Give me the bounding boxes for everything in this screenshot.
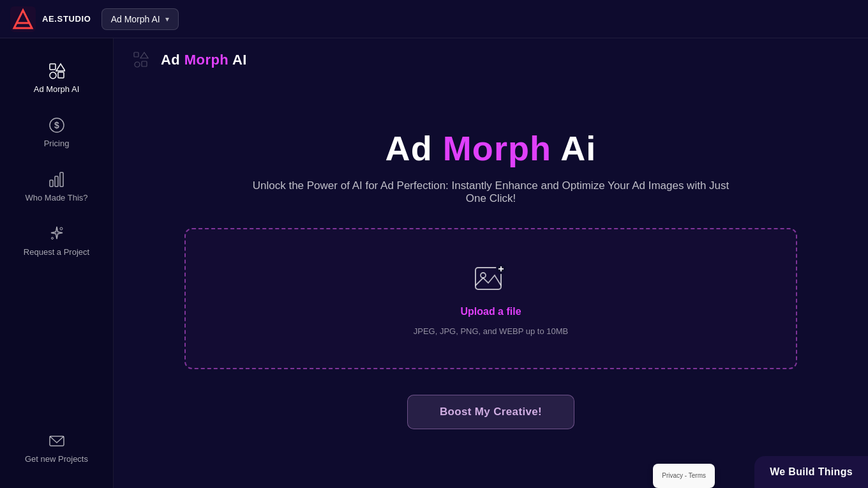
logo-area: AE.STUDIO (10, 6, 91, 32)
bottom-badge-label: We Build Things (770, 466, 853, 477)
grid-header-icon (133, 51, 151, 69)
content-area: Ad Morph AI Ad Morph Ai Unlock the Power… (114, 38, 868, 488)
sidebar-label-pricing: Pricing (44, 139, 70, 148)
upload-zone[interactable]: Upload a file JPEG, JPG, PNG, and WEBP u… (184, 228, 797, 369)
topbar: AE.STUDIO Ad Morph AI ▾ (0, 0, 868, 38)
app-selector-label: Ad Morph AI (111, 14, 160, 24)
sidebar-item-ad-morph-ai[interactable]: Ad Morph AI (0, 51, 113, 105)
recaptcha-text: Privacy - Terms (662, 472, 706, 479)
header-title-word2: Morph (184, 52, 228, 68)
upload-hint-text: JPEG, JPG, PNG, and WEBP up to 10MB (414, 326, 569, 336)
shapes-icon (49, 63, 65, 79)
svg-point-5 (50, 72, 56, 79)
mail-icon (49, 432, 65, 449)
sidebar-item-request-project[interactable]: Request a Project (0, 214, 113, 268)
content-header: Ad Morph AI (114, 38, 868, 82)
svg-marker-4 (56, 64, 65, 71)
ae-studio-logo-icon (10, 6, 36, 32)
svg-point-17 (135, 62, 140, 67)
hero-title: Ad Morph Ai (385, 128, 597, 168)
hero-subtitle: Unlock the Power of AI for Ad Perfection… (242, 179, 740, 205)
svg-rect-3 (50, 64, 56, 70)
chevron-down-icon: ▾ (165, 15, 169, 24)
hero-section: Ad Morph Ai Unlock the Power of AI for A… (114, 82, 868, 488)
sidebar-label-get-new-projects: Get new Projects (25, 454, 88, 464)
app-selector[interactable]: Ad Morph AI ▾ (101, 8, 179, 30)
sidebar-item-pricing[interactable]: $ Pricing (0, 105, 113, 160)
sidebar-label-ad-morph-ai: Ad Morph AI (34, 84, 80, 94)
svg-rect-15 (134, 52, 138, 57)
sidebar-label-request-project: Request a Project (24, 247, 89, 257)
upload-image-icon (473, 261, 509, 297)
main-layout: Ad Morph AI $ Pricing Who Made This? (0, 38, 868, 488)
svg-point-12 (60, 227, 63, 230)
recaptcha-overlay: Privacy - Terms (653, 464, 715, 488)
sparkle-icon (49, 225, 65, 242)
header-title-word3: AI (232, 52, 247, 68)
boost-button[interactable]: Boost My Creative! (407, 395, 574, 429)
hero-title-white1: Ad (385, 129, 433, 167)
chart-icon (49, 171, 65, 188)
header-title-word1: Ad (161, 52, 180, 68)
sidebar-bottom: Get new Projects (0, 421, 113, 488)
hero-title-white2: Ai (560, 129, 596, 167)
svg-rect-18 (142, 61, 147, 66)
svg-rect-11 (60, 172, 63, 187)
svg-marker-16 (140, 52, 148, 58)
dollar-icon: $ (49, 117, 65, 133)
hero-title-pink: Morph (443, 129, 551, 167)
sidebar-label-who-made-this: Who Made This? (25, 193, 87, 202)
svg-rect-6 (58, 72, 64, 78)
svg-rect-9 (50, 180, 53, 187)
svg-text:$: $ (54, 120, 59, 130)
svg-point-13 (51, 238, 53, 240)
svg-rect-10 (55, 176, 58, 187)
logo-text: AE.STUDIO (42, 14, 91, 24)
sidebar: Ad Morph AI $ Pricing Who Made This? (0, 38, 114, 488)
sidebar-item-who-made-this[interactable]: Who Made This? (0, 160, 113, 214)
bottom-badge[interactable]: We Build Things (754, 456, 868, 488)
sidebar-item-get-new-projects[interactable]: Get new Projects (0, 421, 113, 475)
content-header-title: Ad Morph AI (161, 52, 247, 68)
upload-link-text[interactable]: Upload a file (460, 306, 521, 317)
